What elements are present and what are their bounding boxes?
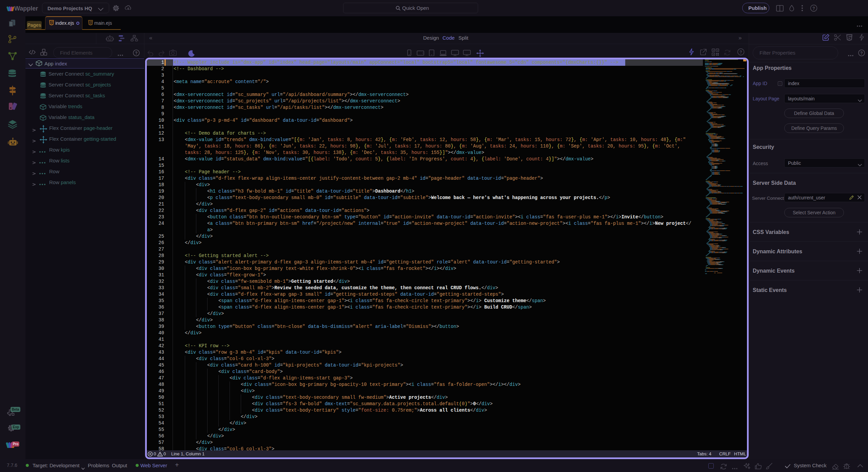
svg-text:?: ? [739, 50, 742, 55]
svg-text:?: ? [135, 51, 137, 56]
svg-text:?: ? [812, 6, 815, 11]
svg-text:?: ? [860, 51, 863, 56]
